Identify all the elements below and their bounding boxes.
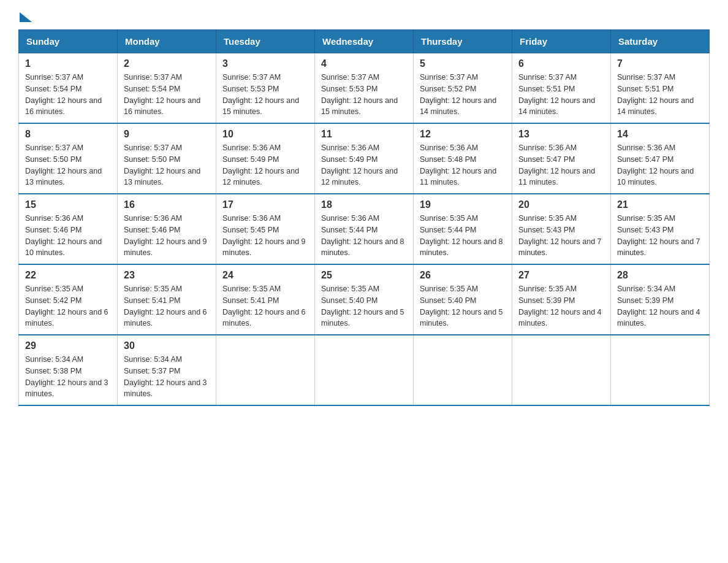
calendar-cell: 6Sunrise: 5:37 AMSunset: 5:51 PMDaylight… [512,53,611,124]
calendar-cell: 11Sunrise: 5:36 AMSunset: 5:49 PMDayligh… [315,123,414,194]
day-info: Sunrise: 5:36 AMSunset: 5:48 PMDaylight:… [420,142,506,188]
calendar-cell: 26Sunrise: 5:35 AMSunset: 5:40 PMDayligh… [414,264,512,335]
calendar-cell: 29Sunrise: 5:34 AMSunset: 5:38 PMDayligh… [19,335,118,405]
col-thursday: Thursday [414,30,512,53]
calendar-cell: 16Sunrise: 5:36 AMSunset: 5:46 PMDayligh… [118,194,216,264]
day-number: 5 [420,58,506,69]
day-number: 26 [420,270,506,281]
calendar-cell: 12Sunrise: 5:36 AMSunset: 5:48 PMDayligh… [414,123,512,194]
day-number: 12 [420,129,506,140]
day-number: 19 [420,199,506,210]
calendar-cell: 7Sunrise: 5:37 AMSunset: 5:51 PMDaylight… [611,53,710,124]
day-info: Sunrise: 5:37 AMSunset: 5:54 PMDaylight:… [25,72,111,118]
calendar-header-row: Sunday Monday Tuesday Wednesday Thursday… [19,30,710,53]
calendar-cell: 15Sunrise: 5:36 AMSunset: 5:46 PMDayligh… [19,194,118,264]
day-info: Sunrise: 5:37 AMSunset: 5:51 PMDaylight:… [617,72,703,118]
day-info: Sunrise: 5:36 AMSunset: 5:47 PMDaylight:… [518,142,604,188]
calendar-cell: 8Sunrise: 5:37 AMSunset: 5:50 PMDaylight… [19,123,118,194]
calendar-cell: 4Sunrise: 5:37 AMSunset: 5:53 PMDaylight… [315,53,414,124]
calendar-cell [414,335,512,405]
day-number: 23 [124,270,210,281]
col-wednesday: Wednesday [315,30,414,53]
calendar-cell: 22Sunrise: 5:35 AMSunset: 5:42 PMDayligh… [19,264,118,335]
day-number: 8 [25,129,111,140]
col-tuesday: Tuesday [216,30,315,53]
calendar-cell [611,335,710,405]
calendar-week-row: 8Sunrise: 5:37 AMSunset: 5:50 PMDaylight… [19,123,710,194]
col-sunday: Sunday [19,30,118,53]
day-info: Sunrise: 5:35 AMSunset: 5:42 PMDaylight:… [25,283,111,329]
day-info: Sunrise: 5:35 AMSunset: 5:44 PMDaylight:… [420,213,506,259]
day-number: 16 [124,199,210,210]
day-number: 11 [321,129,407,140]
day-number: 13 [518,129,604,140]
day-number: 20 [518,199,604,210]
calendar-cell: 14Sunrise: 5:36 AMSunset: 5:47 PMDayligh… [611,123,710,194]
day-number: 22 [25,270,111,281]
day-info: Sunrise: 5:34 AMSunset: 5:38 PMDaylight:… [25,354,111,400]
day-info: Sunrise: 5:35 AMSunset: 5:43 PMDaylight:… [518,213,604,259]
col-monday: Monday [118,30,216,53]
day-number: 28 [617,270,703,281]
calendar-cell: 17Sunrise: 5:36 AMSunset: 5:45 PMDayligh… [216,194,315,264]
calendar-cell: 18Sunrise: 5:36 AMSunset: 5:44 PMDayligh… [315,194,414,264]
day-info: Sunrise: 5:35 AMSunset: 5:40 PMDaylight:… [420,283,506,329]
calendar-cell: 10Sunrise: 5:36 AMSunset: 5:49 PMDayligh… [216,123,315,194]
calendar-table: Sunday Monday Tuesday Wednesday Thursday… [18,29,710,406]
header [18,12,710,20]
day-info: Sunrise: 5:37 AMSunset: 5:53 PMDaylight:… [321,72,407,118]
day-number: 15 [25,199,111,210]
day-info: Sunrise: 5:36 AMSunset: 5:46 PMDaylight:… [25,213,111,259]
calendar-cell: 27Sunrise: 5:35 AMSunset: 5:39 PMDayligh… [512,264,611,335]
day-number: 4 [321,58,407,69]
calendar-week-row: 15Sunrise: 5:36 AMSunset: 5:46 PMDayligh… [19,194,710,264]
day-number: 24 [222,270,308,281]
day-info: Sunrise: 5:37 AMSunset: 5:53 PMDaylight:… [222,72,308,118]
calendar-cell [315,335,414,405]
day-number: 6 [518,58,604,69]
day-number: 10 [222,129,308,140]
calendar-cell: 5Sunrise: 5:37 AMSunset: 5:52 PMDaylight… [414,53,512,124]
day-info: Sunrise: 5:34 AMSunset: 5:39 PMDaylight:… [617,283,703,329]
calendar-cell: 19Sunrise: 5:35 AMSunset: 5:44 PMDayligh… [414,194,512,264]
calendar-cell: 3Sunrise: 5:37 AMSunset: 5:53 PMDaylight… [216,53,315,124]
col-saturday: Saturday [611,30,710,53]
day-number: 3 [222,58,308,69]
day-number: 9 [124,129,210,140]
calendar-cell: 23Sunrise: 5:35 AMSunset: 5:41 PMDayligh… [118,264,216,335]
day-number: 7 [617,58,703,69]
day-info: Sunrise: 5:35 AMSunset: 5:40 PMDaylight:… [321,283,407,329]
day-info: Sunrise: 5:36 AMSunset: 5:45 PMDaylight:… [222,213,308,259]
day-info: Sunrise: 5:35 AMSunset: 5:41 PMDaylight:… [124,283,210,329]
day-info: Sunrise: 5:36 AMSunset: 5:47 PMDaylight:… [617,142,703,188]
day-number: 29 [25,340,111,351]
day-info: Sunrise: 5:37 AMSunset: 5:54 PMDaylight:… [124,72,210,118]
day-info: Sunrise: 5:36 AMSunset: 5:49 PMDaylight:… [222,142,308,188]
calendar-cell: 20Sunrise: 5:35 AMSunset: 5:43 PMDayligh… [512,194,611,264]
day-info: Sunrise: 5:37 AMSunset: 5:51 PMDaylight:… [518,72,604,118]
logo [18,12,32,20]
day-number: 27 [518,270,604,281]
calendar-cell: 21Sunrise: 5:35 AMSunset: 5:43 PMDayligh… [611,194,710,264]
day-info: Sunrise: 5:37 AMSunset: 5:52 PMDaylight:… [420,72,506,118]
calendar-week-row: 29Sunrise: 5:34 AMSunset: 5:38 PMDayligh… [19,335,710,405]
day-info: Sunrise: 5:36 AMSunset: 5:44 PMDaylight:… [321,213,407,259]
day-info: Sunrise: 5:35 AMSunset: 5:41 PMDaylight:… [222,283,308,329]
day-info: Sunrise: 5:36 AMSunset: 5:49 PMDaylight:… [321,142,407,188]
calendar-cell: 28Sunrise: 5:34 AMSunset: 5:39 PMDayligh… [611,264,710,335]
day-info: Sunrise: 5:35 AMSunset: 5:43 PMDaylight:… [617,213,703,259]
day-number: 21 [617,199,703,210]
calendar-week-row: 1Sunrise: 5:37 AMSunset: 5:54 PMDaylight… [19,53,710,124]
calendar-cell: 9Sunrise: 5:37 AMSunset: 5:50 PMDaylight… [118,123,216,194]
calendar-cell [512,335,611,405]
day-info: Sunrise: 5:37 AMSunset: 5:50 PMDaylight:… [25,142,111,188]
day-info: Sunrise: 5:37 AMSunset: 5:50 PMDaylight:… [124,142,210,188]
day-info: Sunrise: 5:35 AMSunset: 5:39 PMDaylight:… [518,283,604,329]
day-number: 2 [124,58,210,69]
logo-arrow-icon [20,12,32,22]
day-number: 30 [124,340,210,351]
calendar-week-row: 22Sunrise: 5:35 AMSunset: 5:42 PMDayligh… [19,264,710,335]
col-friday: Friday [512,30,611,53]
day-number: 1 [25,58,111,69]
calendar-cell: 1Sunrise: 5:37 AMSunset: 5:54 PMDaylight… [19,53,118,124]
